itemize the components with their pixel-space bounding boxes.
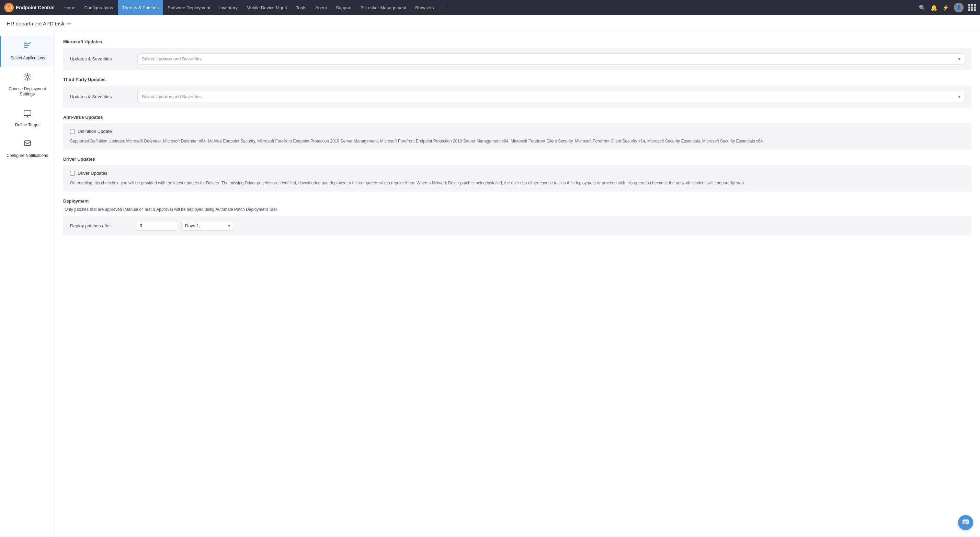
definition-update-label[interactable]: Definition Update	[78, 129, 112, 134]
third-party-updates-field-row: Updates & Severities Select Updates and …	[70, 91, 965, 102]
main-content: Microsoft Updates Updates & Severities S…	[55, 32, 980, 536]
app-name: Endpoint Central	[16, 5, 55, 10]
logo-icon	[4, 3, 14, 13]
deployment-title: Deployment	[63, 199, 972, 203]
sidebar-item-select-applications[interactable]: Select Applications	[0, 36, 55, 67]
main-layout: Select Applications Choose Deployment Se…	[0, 32, 980, 536]
sidebar-label-define-target: Define Target	[15, 122, 40, 128]
grid-apps-icon[interactable]	[968, 4, 976, 11]
driver-updates-checkbox[interactable]	[70, 171, 75, 176]
deploy-patches-label: Deploy patches after	[70, 223, 132, 228]
user-avatar[interactable]: 👤	[954, 3, 964, 13]
antivirus-checkbox-row: Definition Update	[70, 129, 965, 134]
nav-inventory[interactable]: Inventory	[215, 0, 242, 15]
third-party-updates-select-wrapper: Select Updates and Severities ▼	[137, 91, 965, 102]
svg-rect-10	[963, 520, 969, 524]
driver-updates-label[interactable]: Driver Updates	[78, 171, 108, 176]
define-target-icon	[23, 108, 32, 120]
lightning-icon[interactable]: ⚡	[942, 5, 949, 11]
svg-rect-1	[24, 43, 27, 44]
microsoft-updates-field-row: Updates & Severities Select Updates and …	[70, 53, 965, 65]
search-icon[interactable]: 🔍	[919, 5, 926, 11]
definition-update-checkbox[interactable]	[70, 129, 75, 134]
page-header: HR department APD task ✏	[0, 15, 980, 32]
sidebar-item-deployment-settings[interactable]: Choose Deployment Settings	[0, 67, 55, 103]
nav-mobile-device[interactable]: Mobile Device Mgmt	[242, 0, 291, 15]
third-party-updates-box: Updates & Severities Select Updates and …	[63, 86, 972, 108]
sidebar-label-select-applications: Select Applications	[11, 56, 45, 61]
antivirus-updates-title: Anti-virus Updates	[63, 115, 972, 120]
nav-software-deployment[interactable]: Software Deployment	[164, 0, 214, 15]
app-logo[interactable]: Endpoint Central	[4, 3, 55, 13]
third-party-updates-label: Updates & Severities	[70, 94, 132, 99]
deployment-section: Deployment Only patches that are approve…	[63, 199, 972, 235]
sidebar-label-notifications: Configure Notifications	[6, 153, 48, 159]
driver-updates-info-text: On enabling this checkbox, you will be p…	[70, 180, 965, 186]
driver-updates-box: Driver Updates On enabling this checkbox…	[63, 165, 972, 192]
svg-rect-5	[24, 110, 31, 116]
svg-rect-9	[24, 141, 30, 146]
sidebar: Select Applications Choose Deployment Se…	[0, 32, 55, 536]
svg-point-4	[26, 76, 29, 78]
notification-icon[interactable]: 🔔	[931, 5, 937, 11]
nav-configurations[interactable]: Configurations	[80, 0, 117, 15]
nav-agent[interactable]: Agent	[311, 0, 331, 15]
deploy-field-box: Deploy patches after Days f... Days from…	[63, 216, 972, 235]
svg-rect-3	[24, 47, 27, 48]
microsoft-updates-select-wrapper: Select Updates and Severities ▼	[137, 53, 965, 65]
microsoft-updates-label: Updates & Severities	[70, 56, 132, 62]
microsoft-updates-title: Microsoft Updates	[63, 39, 972, 44]
days-select-wrapper: Days f... Days from approval Days from r…	[181, 221, 234, 231]
svg-rect-2	[24, 44, 29, 46]
nav-browsers[interactable]: Browsers	[411, 0, 438, 15]
nav-support[interactable]: Support	[332, 0, 356, 15]
sidebar-item-define-target[interactable]: Define Target	[0, 103, 55, 133]
select-apps-icon	[23, 41, 33, 53]
microsoft-updates-box: Updates & Severities Select Updates and …	[63, 48, 972, 70]
deployment-settings-icon	[23, 72, 32, 84]
microsoft-updates-dropdown[interactable]: Select Updates and Severities	[137, 53, 965, 65]
sidebar-item-notifications[interactable]: Configure Notifications	[0, 133, 55, 164]
nav-home[interactable]: Home	[59, 0, 80, 15]
antivirus-updates-box: Definition Update Supported Definition U…	[63, 123, 972, 150]
deploy-patches-input[interactable]	[136, 221, 177, 231]
nav-threats-patches[interactable]: Threats & Patches	[118, 0, 163, 15]
chat-fab-button[interactable]	[958, 515, 973, 530]
driver-updates-checkbox-row: Driver Updates	[70, 171, 965, 176]
notifications-icon	[23, 139, 32, 150]
third-party-updates-dropdown[interactable]: Select Updates and Severities	[137, 91, 965, 102]
edit-title-icon[interactable]: ✏	[67, 21, 72, 27]
nav-icon-group: 🔍 🔔 ⚡ 👤	[919, 3, 976, 13]
third-party-updates-title: Third Party Updates	[63, 77, 972, 82]
svg-point-0	[6, 5, 12, 10]
deployment-note: Only patches that are approved (Manual o…	[63, 207, 972, 212]
nav-bitlocker[interactable]: BitLocker Management	[356, 0, 411, 15]
driver-updates-title: Driver Updates	[63, 157, 972, 162]
nav-tools[interactable]: Tools	[292, 0, 310, 15]
antivirus-info-text: Supported Definition Updates: Microsoft …	[70, 138, 965, 144]
sidebar-label-deployment-settings: Choose Deployment Settings	[3, 87, 51, 97]
page-title: HR department APD task	[7, 21, 65, 27]
nav-more[interactable]: ···	[439, 0, 451, 15]
top-navigation: Endpoint Central Home Configurations Thr…	[0, 0, 980, 15]
days-dropdown[interactable]: Days f... Days from approval Days from r…	[181, 221, 234, 231]
